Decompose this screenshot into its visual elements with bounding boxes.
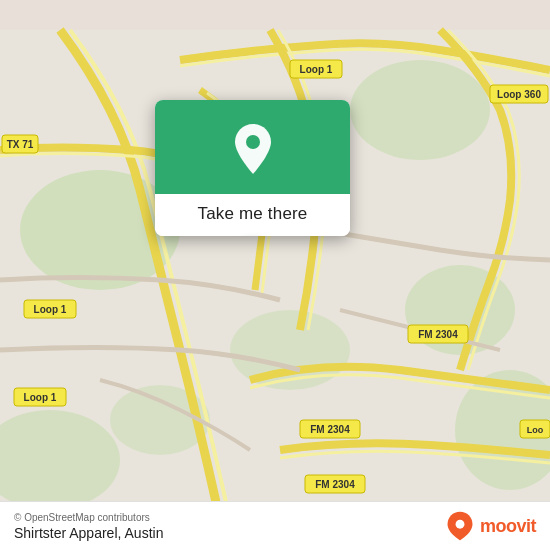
svg-text:Loop 360: Loop 360	[497, 89, 541, 100]
svg-text:FM 2304: FM 2304	[418, 329, 458, 340]
popup-card: Take me there	[155, 100, 350, 236]
location-pin-icon	[230, 122, 276, 176]
svg-text:FM 2304: FM 2304	[310, 424, 350, 435]
moovit-brand-text: moovit	[480, 516, 536, 537]
svg-point-2	[350, 60, 490, 160]
svg-point-27	[456, 520, 465, 529]
moovit-icon	[444, 510, 476, 542]
bottom-left-info: © OpenStreetMap contributors Shirtster A…	[14, 512, 163, 541]
svg-text:Loop 1: Loop 1	[24, 392, 57, 403]
svg-text:Loop 1: Loop 1	[300, 64, 333, 75]
svg-text:Loop 1: Loop 1	[34, 304, 67, 315]
svg-text:FM 2304: FM 2304	[315, 479, 355, 490]
map-background: Loop 1 Loop 360 Loop 1 Loop 1 FM 2304 FM…	[0, 0, 550, 550]
popup-green-section	[155, 100, 350, 194]
moovit-logo: moovit	[444, 510, 536, 542]
take-me-there-button[interactable]: Take me there	[198, 204, 308, 223]
place-name-label: Shirtster Apparel, Austin	[14, 525, 163, 541]
svg-text:Loo: Loo	[527, 425, 544, 435]
svg-point-26	[246, 135, 260, 149]
osm-attribution: © OpenStreetMap contributors	[14, 512, 163, 523]
popup-label-section[interactable]: Take me there	[155, 194, 350, 236]
svg-text:TX 71: TX 71	[7, 139, 34, 150]
map-container: Loop 1 Loop 360 Loop 1 Loop 1 FM 2304 FM…	[0, 0, 550, 550]
bottom-bar: © OpenStreetMap contributors Shirtster A…	[0, 501, 550, 550]
